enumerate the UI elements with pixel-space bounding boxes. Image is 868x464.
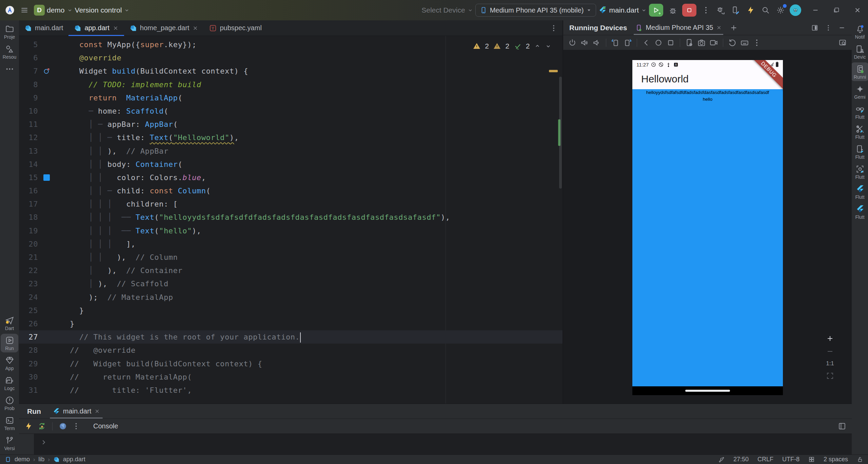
layout-grid-icon[interactable] [808, 456, 815, 463]
unlock-icon[interactable] [857, 456, 863, 463]
editor-scrollbar[interactable] [559, 77, 562, 189]
tool-stripe-flutt[interactable]: Flutt [851, 102, 868, 121]
override-marker-icon[interactable] [43, 67, 50, 75]
settings-button[interactable] [773, 3, 788, 18]
fit-to-window-icon[interactable] [826, 372, 834, 380]
split-panel-icon[interactable] [811, 24, 818, 32]
code-line-19[interactable]: 19 │ │ │ ── Text("hello"), [19, 224, 563, 237]
code-line-15[interactable]: 15 │ │ color: Colors.blue, [19, 171, 563, 184]
close-icon[interactable] [94, 408, 100, 414]
tool-stripe-flutt[interactable]: Flutt [851, 202, 868, 221]
emulator-screen[interactable]: 11:27 [632, 60, 783, 395]
code-line-12[interactable]: 12 │ │ ─ title: Text("Helloworld"), [19, 131, 563, 144]
wrench-icon[interactable] [718, 456, 725, 463]
more-vertical-icon[interactable] [825, 24, 832, 32]
file-encoding[interactable]: UTF-8 [782, 456, 800, 463]
code-line-20[interactable]: 20 │ │ │ ], [19, 237, 563, 251]
rotate-right-icon[interactable] [623, 38, 632, 47]
tool-stripe-runni[interactable]: Runni [851, 62, 868, 81]
power-icon[interactable] [568, 38, 577, 47]
tool-stripe-run[interactable]: Run [1, 334, 18, 352]
chevron-down-icon[interactable] [545, 43, 552, 50]
project-widget[interactable]: D demo [34, 3, 73, 18]
code-line-31[interactable]: 31// title: 'Flutter', [19, 384, 563, 397]
code-line-6[interactable]: 6 @override [19, 51, 563, 64]
select-device-widget[interactable]: Select Device [421, 3, 473, 18]
hot-reload-icon[interactable] [24, 422, 33, 430]
caret-position[interactable]: 27:50 [733, 456, 749, 463]
console-tab-label[interactable]: Console [93, 422, 118, 430]
keyboard-icon[interactable] [740, 38, 749, 47]
tool-stripe-more-horizontal[interactable] [1, 62, 18, 76]
main-menu-button[interactable] [17, 3, 32, 18]
account-avatar[interactable] [788, 3, 803, 18]
hot-restart-icon[interactable] [38, 422, 46, 430]
editor-tab-pubspec.yaml[interactable]: Ypubspec.yaml [204, 20, 267, 36]
close-tab-icon[interactable] [192, 25, 198, 31]
code-line-30[interactable]: 30// return MaterialApp( [19, 370, 563, 384]
inspections-widget[interactable]: 2 2 2 [471, 41, 554, 51]
zoom-in-icon[interactable] [826, 334, 834, 343]
device-mirror-button[interactable] [728, 3, 743, 18]
editor-tab-main.dart[interactable]: main.dart [19, 20, 68, 36]
indent-setting[interactable]: 2 spaces [824, 456, 848, 463]
tool-stripe-proje[interactable]: Proje [1, 22, 18, 41]
stop-button[interactable] [682, 4, 696, 17]
tool-stripe-flutt[interactable]: Flutt [851, 162, 868, 181]
layout-settings-icon[interactable] [838, 422, 846, 430]
code-line-7[interactable]: 7 Widget build(BuildContext context) { [19, 64, 563, 78]
line-separator[interactable]: CRLF [757, 456, 773, 463]
code-line-18[interactable]: 18 │ │ │ ── Text("helloyydsfsdfafsdfdfad… [19, 211, 563, 224]
more-vertical-icon[interactable] [72, 422, 80, 430]
nav-home-icon[interactable] [654, 38, 663, 47]
tool-stripe-versi[interactable]: Versi [1, 434, 18, 452]
code-line-8[interactable]: 8 // TODO: implement build [19, 78, 563, 91]
camera-icon[interactable] [697, 38, 706, 47]
code-line-28[interactable]: 28// @override [19, 344, 563, 357]
close-icon[interactable] [716, 25, 722, 31]
more-vertical-button[interactable] [698, 3, 713, 18]
zoom-out-icon[interactable] [826, 347, 834, 355]
android-nav-bar[interactable] [632, 386, 783, 395]
debug-button[interactable] [665, 3, 680, 18]
code-line-25[interactable]: 25 } [19, 304, 563, 317]
crumb-lib[interactable]: lib [38, 456, 44, 463]
rotate-left-icon[interactable] [611, 38, 620, 47]
screen-record-icon[interactable] [709, 38, 718, 47]
maximize-window-button[interactable] [826, 0, 847, 20]
gutter-marker[interactable] [40, 64, 53, 78]
tool-stripe-flutt[interactable]: Flutt [851, 182, 868, 201]
code-line-22[interactable]: 22 │ ), // Container [19, 264, 563, 277]
tool-stripe-flutt[interactable]: Flutt [851, 142, 868, 161]
editor-tab-home_page.dart[interactable]: home_page.dart [124, 20, 204, 36]
device-settings-icon[interactable] [685, 38, 694, 47]
code-line-23[interactable]: 23 │ ), // Scaffold [19, 277, 563, 290]
hot-reload-bolt-button[interactable] [743, 3, 758, 18]
run-tab[interactable]: main.dart [50, 404, 103, 419]
nav-square-icon[interactable] [666, 38, 675, 47]
tool-stripe-prob[interactable]: Prob [1, 394, 18, 412]
nav-back-icon[interactable] [642, 38, 651, 47]
code-line-24[interactable]: 24 ); // MaterialApp [19, 291, 563, 304]
gutter-marker[interactable] [40, 171, 53, 184]
code-line-21[interactable]: 21 │ │ ), // Column [19, 251, 563, 264]
tool-stripe-notif[interactable]: Notif [851, 22, 868, 41]
code-line-16[interactable]: 16 │ │ ─ child: const Column( [19, 184, 563, 197]
code-line-27[interactable]: 27 // This widget is the root of your ap… [19, 330, 563, 344]
code-line-11[interactable]: 11 │ ─ appBar: AppBar( [19, 118, 563, 131]
minimize-window-button[interactable] [805, 0, 826, 20]
code-line-29[interactable]: 29// Widget build(BuildContext context) … [19, 357, 563, 370]
hide-panel-icon[interactable] [838, 24, 846, 32]
code-editor[interactable]: 5 const MyApp({super.key});6 @override7 … [19, 36, 563, 404]
dart-app-icon[interactable] [59, 422, 67, 430]
code-line-14[interactable]: 14 │ │ body: Container( [19, 158, 563, 171]
code-line-9[interactable]: 9 return MaterialApp( [19, 91, 563, 104]
code-line-10[interactable]: 10 ─ home: Scaffold( [19, 104, 563, 118]
vcs-widget[interactable]: Version control [75, 3, 130, 18]
run-button[interactable] [649, 4, 663, 17]
more-vertical-icon[interactable] [752, 38, 761, 47]
run-console[interactable] [19, 434, 852, 455]
editor-tab-app.dart[interactable]: app.dart [68, 20, 124, 36]
tool-stripe-term[interactable]: Term [1, 414, 18, 432]
close-tab-icon[interactable] [113, 25, 119, 31]
